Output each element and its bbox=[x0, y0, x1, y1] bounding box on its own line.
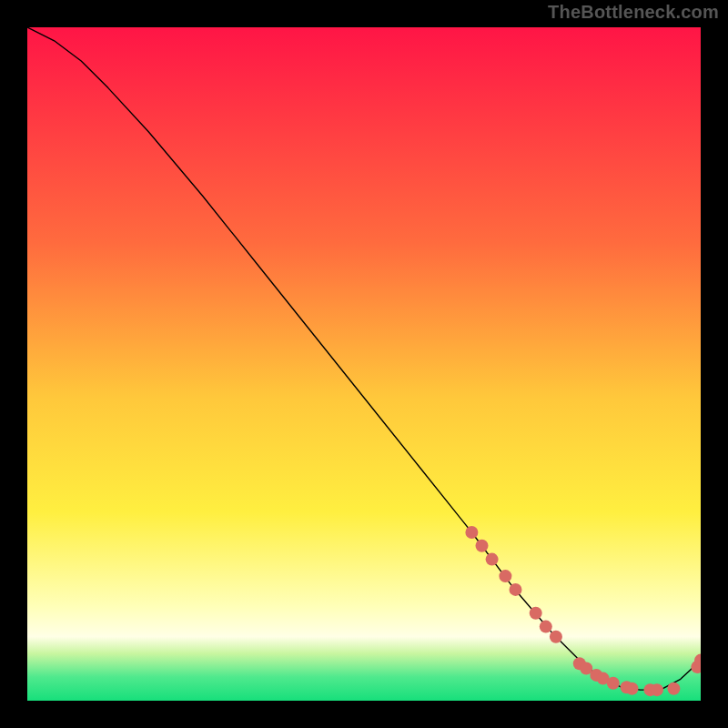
data-marker bbox=[667, 682, 680, 695]
chart-root: TheBottleneck.com bbox=[0, 0, 728, 728]
data-marker bbox=[530, 607, 542, 620]
gradient-background bbox=[27, 27, 701, 701]
data-marker bbox=[540, 621, 552, 633]
data-marker bbox=[651, 683, 663, 696]
data-marker bbox=[626, 682, 639, 695]
data-marker bbox=[476, 540, 489, 552]
data-marker bbox=[465, 526, 478, 539]
data-marker bbox=[486, 553, 499, 566]
data-marker bbox=[550, 631, 562, 643]
data-marker bbox=[510, 583, 522, 596]
data-marker bbox=[607, 677, 620, 690]
attribution-text: TheBottleneck.com bbox=[548, 2, 719, 23]
data-marker bbox=[499, 570, 511, 582]
chart-plot-area bbox=[27, 27, 701, 701]
chart-svg bbox=[27, 27, 701, 701]
